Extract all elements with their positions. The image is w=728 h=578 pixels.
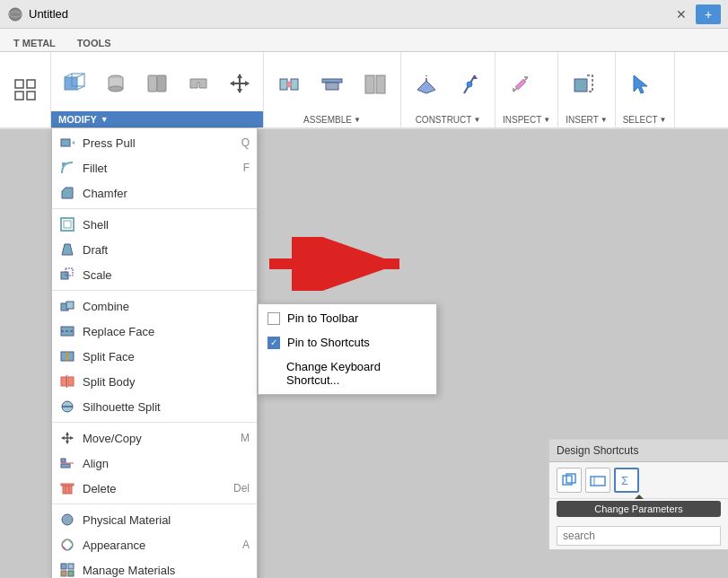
replace-face-label: Replace Face — [83, 325, 250, 338]
menu-item-silhouette-split[interactable]: Silhouette Split — [52, 394, 257, 419]
svg-point-0 — [9, 8, 22, 21]
menu-item-align[interactable]: Align — [52, 451, 257, 476]
select-label[interactable]: SELECT ▼ — [616, 113, 674, 127]
menu-item-split-face[interactable]: Split Face — [52, 344, 257, 369]
combine-icon — [59, 298, 75, 314]
assemble-label[interactable]: ASSEMBLE ▼ — [264, 113, 400, 127]
combine-label: Combine — [83, 300, 250, 313]
menu-item-physical-material[interactable]: Physical Material — [52, 507, 257, 532]
align-icon — [59, 455, 75, 471]
menu-item-delete[interactable]: Delete Del — [52, 476, 257, 501]
assemble-btn-2[interactable] — [312, 65, 352, 104]
shortcuts-search-input[interactable] — [557, 526, 721, 546]
svg-rect-3 — [27, 80, 35, 88]
construct-label[interactable]: CONSTRUCT ▼ — [401, 113, 495, 127]
modify-text: MODIFY — [58, 114, 97, 125]
split-body-icon — [59, 373, 75, 390]
submenu-change-keyboard[interactable]: Change Keyboard Shortcut... — [259, 355, 436, 392]
svg-rect-59 — [61, 564, 66, 569]
inspect-text: INSPECT — [503, 115, 541, 125]
svg-rect-87 — [591, 477, 605, 486]
pin-toolbar-label: Pin to Toolbar — [287, 311, 358, 325]
menu-item-appearance[interactable]: Appearance A — [52, 532, 257, 557]
construct-btn-2[interactable] — [450, 65, 489, 104]
menu-item-replace-face[interactable]: Replace Face — [52, 319, 257, 344]
svg-marker-25 — [72, 141, 75, 144]
modify-btn-2[interactable] — [96, 64, 136, 103]
select-btn[interactable] — [621, 65, 661, 104]
press-pull-shortcut: Q — [227, 136, 250, 149]
svg-line-10 — [77, 86, 84, 90]
svg-point-58 — [62, 539, 73, 550]
assemble-btn[interactable] — [269, 65, 309, 104]
menu-item-draft[interactable]: Draft — [52, 237, 257, 262]
svg-rect-17 — [157, 75, 166, 92]
svg-rect-24 — [61, 139, 70, 146]
construct-btn[interactable] — [407, 65, 446, 104]
design-shortcuts-panel: Design Shortcuts Σ Chang — [548, 439, 728, 550]
modify-dropdown: Press Pull Q Fillet F Chamfer — [51, 127, 258, 578]
select-text: SELECT — [623, 115, 658, 125]
pin-shortcuts-checkbox[interactable]: ✓ — [268, 337, 280, 349]
inspect-label[interactable]: INSPECT ▼ — [496, 113, 557, 127]
modify-btn-5[interactable] — [220, 64, 259, 103]
shortcuts-title: Design Shortcuts — [549, 440, 728, 462]
assemble-chevron: ▼ — [354, 116, 361, 124]
menu-item-press-pull[interactable]: Press Pull Q — [52, 130, 257, 155]
modify-btn-3[interactable] — [137, 64, 177, 103]
grid-view-button[interactable] — [5, 70, 45, 109]
svg-marker-82 — [634, 75, 647, 93]
plane-icon — [414, 72, 439, 97]
menu-item-manage-materials[interactable]: Manage Materials — [52, 557, 257, 578]
svg-rect-62 — [68, 571, 74, 576]
submenu-pin-toolbar[interactable]: Pin to Toolbar — [259, 306, 436, 330]
align-label: Align — [83, 457, 250, 470]
draft-icon — [59, 241, 75, 258]
menu-item-scale[interactable]: Scale — [52, 262, 257, 287]
menu-item-move-copy[interactable]: Move/Copy M — [52, 425, 257, 451]
joint-icon — [276, 72, 302, 97]
change-parameters-tooltip: Change Parameters — [557, 501, 721, 517]
svg-rect-52 — [63, 486, 72, 494]
split-body-label: Split Body — [83, 375, 250, 389]
toolbar-row: MODIFY ▼ Press Pull Q Fillet F — [0, 52, 728, 129]
pin-toolbar-checkbox[interactable] — [268, 312, 280, 325]
shortcut-icon-1[interactable] — [557, 468, 582, 493]
construct-group: CONSTRUCT ▼ — [401, 52, 496, 127]
close-button[interactable]: ✕ — [669, 4, 694, 24]
menu-item-fillet[interactable]: Fillet F — [52, 155, 257, 180]
title-bar: Untitled ✕ + — [0, 0, 728, 29]
menu-item-split-body[interactable]: Split Body — [52, 369, 257, 394]
svg-rect-60 — [68, 564, 74, 569]
inspect-chevron: ▼ — [543, 116, 550, 124]
svg-rect-71 — [376, 75, 385, 93]
modify-btn-4[interactable] — [179, 64, 218, 103]
svg-marker-48 — [70, 436, 74, 440]
svg-rect-38 — [61, 377, 66, 386]
insert-btn[interactable] — [564, 65, 603, 104]
menu-item-combine[interactable]: Combine — [52, 293, 257, 319]
add-tab-button[interactable]: + — [696, 4, 721, 24]
svg-rect-6 — [65, 77, 77, 90]
construct-chevron: ▼ — [473, 116, 480, 124]
svg-marker-46 — [66, 441, 69, 444]
svg-marker-47 — [61, 436, 65, 440]
insert-text: INSERT — [566, 115, 599, 125]
tab-tmetal[interactable]: T METAL — [4, 34, 66, 51]
delete-icon — [59, 480, 75, 496]
shell-icon — [59, 216, 75, 232]
cursor-icon — [628, 72, 653, 97]
replace-face-icon — [59, 323, 75, 339]
shortcut-icon-2[interactable] — [585, 468, 610, 493]
menu-item-chamfer[interactable]: Chamfer — [52, 180, 257, 206]
tab-tools[interactable]: TOOLS — [67, 34, 121, 51]
shortcut-icon-change-params[interactable]: Σ — [614, 468, 639, 493]
inspect-btn[interactable] — [501, 65, 540, 104]
arrow-indicator — [260, 237, 422, 291]
assemble-btn-3[interactable] — [355, 65, 395, 104]
menu-item-shell[interactable]: Shell — [52, 212, 257, 237]
submenu-pin-shortcuts[interactable]: ✓ Pin to Shortcuts — [259, 330, 436, 355]
insert-label[interactable]: INSERT ▼ — [558, 113, 614, 127]
modify-label[interactable]: MODIFY ▼ — [51, 111, 263, 127]
modify-btn-1[interactable] — [55, 64, 94, 103]
